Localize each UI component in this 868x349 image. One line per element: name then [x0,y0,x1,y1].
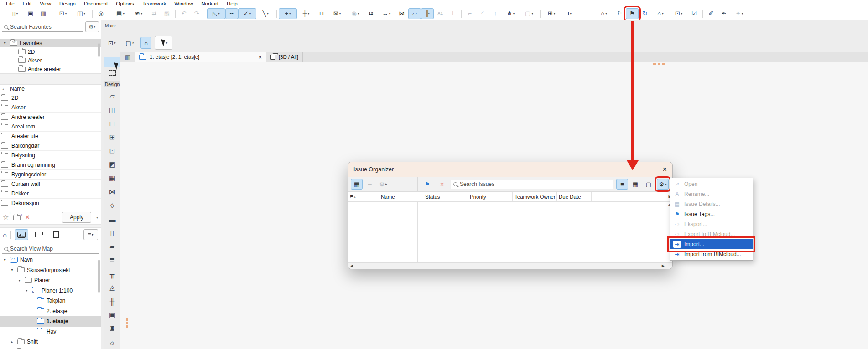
layout-book-button[interactable]: ⊡▾ [670,8,688,19]
menu-design[interactable]: Design [55,0,80,7]
print-button[interactable]: ▥ [37,8,50,19]
favorites-list-item[interactable]: Belysning [0,151,101,160]
stretch-button[interactable]: ⋈ [395,8,408,19]
menu-help[interactable]: Help [223,0,242,7]
new-issue-button[interactable]: ⚑ [421,179,433,190]
view-map-button[interactable] [15,229,28,240]
layout-book-nav-button[interactable] [32,229,46,240]
curtain-wall-tool[interactable]: ▦ [104,171,120,185]
issues-group-pane[interactable] [348,202,418,262]
menu-document[interactable]: Document [80,0,112,7]
dialog-titlebar[interactable]: Issue Organizer × [348,162,672,177]
dialog-close-button[interactable]: × [663,165,667,174]
apply-dropdown-button[interactable]: ▾ [94,214,98,221]
object-tool[interactable]: ♜ [104,322,120,335]
column-header[interactable]: Status [423,192,468,201]
lamp-tool[interactable]: ☼ [104,335,120,349]
menu-file[interactable]: File [2,0,19,7]
roof-tool[interactable]: ◩ [104,158,120,171]
tree-item-takplan[interactable]: Takplan [0,296,101,306]
issues-horizontal-scrollbar[interactable]: ◀ ▶ [348,262,672,269]
menu-options[interactable]: Options [112,0,138,7]
wall-intersect-button[interactable]: ╟ [421,8,434,19]
new-folder-button[interactable]: + [13,215,21,220]
snap-reference-button[interactable]: ╲▾ [256,8,275,19]
3d-document-button[interactable]: ⌂▾ [651,8,670,19]
view-map-scrollbar[interactable] [98,260,100,293]
menu-item-issue-tags[interactable]: ⚑ Issue Tags... [670,209,753,219]
favorites-list-item[interactable]: Andre arealer [0,113,101,122]
issues-tree-view-button[interactable]: ≣ [364,179,376,190]
design-check-button[interactable]: ☑ [688,8,701,19]
tree-item-hav[interactable]: Hav [0,327,101,337]
set-square-button[interactable]: ◺▾ [207,8,225,19]
name-column-header[interactable]: ▴ Name [0,85,101,93]
marquee-move-tool-button[interactable]: ⊡▸ [105,37,119,49]
zone-tool[interactable]: ▣ [104,308,120,322]
delete-issue-button[interactable]: × [436,179,448,190]
layers-button[interactable]: ≋▾ [130,8,148,19]
window-tool[interactable]: ⊞ [104,130,120,144]
view-map-search-input[interactable] [10,246,97,252]
favorites-search-input[interactable] [10,24,81,30]
menu-edit[interactable]: Edit [19,0,36,7]
favorites-button[interactable]: ⌂▾ [595,8,613,19]
tree-item-snitt[interactable]: ▸ Snitt [0,337,101,347]
pick-up-parameters-button[interactable]: ✐ [705,8,717,19]
tab-3d-all[interactable]: [3D / All] [266,52,303,62]
shell-tool[interactable]: ⋈ [104,185,120,199]
issue-detail-view-button[interactable]: ≡ [616,179,628,190]
trace-reference-button[interactable]: ⊠▾ [328,8,346,19]
favorites-scrollbar[interactable] [98,43,100,57]
issue-card-view-button[interactable]: ▦ [629,179,641,190]
issues-search-input[interactable] [460,181,611,187]
favorites-list-item[interactable]: Curtain wall [0,180,101,189]
grid-snap-button[interactable]: ┼▾ [297,8,315,19]
snap-points-button[interactable]: ✓▾ [238,8,256,19]
issues-grid-view-button[interactable]: ▦ [351,179,363,190]
inject-parameters-button[interactable]: ✒ [717,8,730,19]
change-user-button[interactable]: ◫▾ [72,8,90,19]
column-header[interactable]: Teamwork Owner [513,192,557,201]
ruler-button[interactable]: ⊓ [315,8,328,19]
zoom-selection-button[interactable]: ◎ [94,8,107,19]
grid-element-tool[interactable]: ╫ [104,294,120,308]
new-favorite-button[interactable]: ☆+ [3,213,9,221]
door-tool[interactable]: ◻ [104,117,120,130]
navigator-menu-button[interactable]: ≡▸ [83,229,98,240]
corner-window-tool[interactable]: ⊡ [104,144,120,158]
tree-item-2d[interactable]: 2D [0,47,101,56]
favorites-list-item[interactable]: Areal rom [0,122,101,132]
favorites-list-item[interactable]: Brann og rømning [0,160,101,170]
tree-item-planer[interactable]: ▾ Planer [0,275,101,286]
polygon-edit-button[interactable]: ▱ [408,8,421,19]
favorites-settings-button[interactable]: ⚙▸ [85,21,99,32]
favorites-list-item[interactable]: Balkongdør [0,141,101,151]
publish-button[interactable]: ↻ [639,8,651,19]
door-panel-tool[interactable]: ◫ [104,103,120,117]
column-header[interactable]: Due Date [557,192,592,201]
tree-item-planer-1-100[interactable]: ▾ Planer 1:100 [0,286,101,296]
favorites-list-item[interactable]: Arealer ute [0,132,101,141]
tree-item-andre-arealer[interactable]: Andre arealer [0,65,101,73]
project-map-button[interactable]: ⌂ [3,231,7,239]
tree-item-skisse-forprosjekt[interactable]: ▾ Skisse/forprosjekt [0,265,101,276]
copy-parameters-button[interactable]: ⊡▾ [54,8,72,19]
magnet-toggle-button[interactable]: ∩ [140,37,151,49]
apply-button[interactable]: Apply [62,212,91,223]
issue-settings-gear-button[interactable]: ⚙▸ [657,179,669,190]
publisher-sets-button[interactable] [49,229,63,240]
column-tool[interactable]: ▯ [104,226,120,240]
delete-favorite-button[interactable]: × [25,213,29,221]
issue-organizer-button[interactable]: ⚑ [626,8,639,19]
favorites-list-item[interactable]: Dekker [0,189,101,199]
transform-button[interactable]: ⊞▾ [542,8,561,19]
split-button[interactable]: ⋔▾ [502,8,520,19]
issue-preview-button[interactable]: ▢ [643,179,655,190]
tab-overview-button[interactable]: ▦ [120,52,135,62]
column-header[interactable]: Priority [468,192,513,201]
column-header[interactable]: Name [379,192,423,201]
mesh-tool[interactable]: ◬ [104,281,120,294]
beam-tool[interactable]: ▬ [104,212,120,226]
story-settings-button[interactable]: ▤▾ [111,8,130,19]
